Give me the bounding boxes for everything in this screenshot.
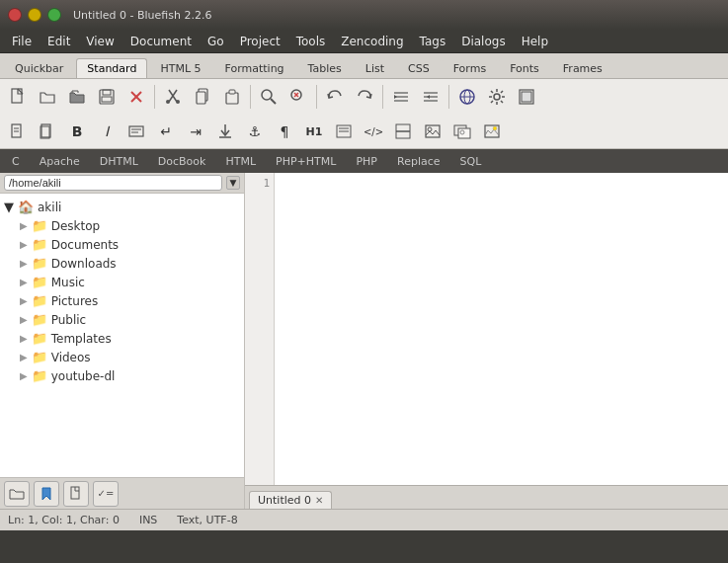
editor-tab-untitled[interactable]: Untitled 0 ✕ (249, 491, 332, 509)
tree-item-videos[interactable]: ▶ 📁 Videos (0, 348, 244, 366)
syntax-replace[interactable]: Replace (389, 154, 448, 169)
maximize-button[interactable] (47, 8, 61, 22)
filetree-bookmark-button[interactable] (34, 481, 59, 507)
syntax-tabs: C Apache DHTML DocBook HTML PHP+HTML PHP… (0, 149, 728, 173)
text-button[interactable] (122, 118, 150, 145)
menu-view[interactable]: View (78, 33, 121, 50)
syntax-sql[interactable]: SQL (452, 154, 490, 169)
unindent-button[interactable] (417, 83, 445, 111)
menu-tools[interactable]: Tools (288, 33, 334, 50)
expand-icon: ▶ (20, 314, 28, 325)
anchor-button[interactable]: ⚓ (241, 118, 269, 145)
h1-button[interactable]: H1 (300, 118, 328, 145)
syntax-c[interactable]: C (4, 154, 28, 169)
open-recent-button[interactable] (63, 83, 91, 111)
syntax-apache[interactable]: Apache (32, 154, 88, 169)
span-button[interactable]: </> (360, 118, 387, 145)
redo-button[interactable] (351, 83, 378, 111)
menu-project[interactable]: Project (232, 33, 288, 50)
copy-button[interactable] (189, 83, 216, 111)
path-input[interactable] (4, 175, 222, 191)
tab-forms[interactable]: Forms (443, 58, 497, 78)
tree-item-music[interactable]: ▶ 📁 Music (0, 273, 244, 291)
italic-button[interactable]: I (93, 118, 121, 145)
editor-textarea[interactable] (275, 173, 728, 485)
new-file-button[interactable] (4, 83, 32, 111)
tab-standard[interactable]: Standard (76, 58, 147, 78)
root-folder-icon: 🏠 (18, 200, 34, 214)
new-doc-button[interactable] (4, 118, 32, 145)
tab-formatting[interactable]: Formatting (214, 58, 295, 78)
folder-icon: 📁 (32, 312, 47, 327)
menu-zencoding[interactable]: Zencoding (333, 33, 411, 50)
tab-frames[interactable]: Frames (552, 58, 613, 78)
bold-button[interactable]: B (63, 118, 91, 145)
tree-item-documents[interactable]: ▶ 📁 Documents (0, 235, 244, 254)
folder-icon: 📁 (32, 350, 47, 364)
indent-button[interactable] (387, 83, 415, 111)
close-file-button[interactable] (122, 83, 150, 111)
tab-list[interactable]: List (355, 58, 395, 78)
menu-help[interactable]: Help (514, 33, 556, 50)
tree-item-public[interactable]: ▶ 📁 Public (0, 310, 244, 329)
file-tree: ▼ ▼ 🏠 akili ▶ 📁 Desktop ▶ 📁 Documents ▶ … (0, 173, 245, 509)
open-button2[interactable] (34, 118, 61, 145)
filetree-file-button[interactable] (63, 481, 89, 507)
tree-item-pictures[interactable]: ▶ 📁 Pictures (0, 291, 244, 310)
svg-rect-3 (103, 90, 111, 95)
hr-button[interactable] (389, 118, 417, 145)
tree-item-youtube-dl[interactable]: ▶ 📁 youtube-dl (0, 366, 244, 385)
preferences-button[interactable] (483, 83, 511, 111)
editor-tab-close[interactable]: ✕ (315, 495, 323, 506)
path-dropdown[interactable]: ▼ (226, 176, 240, 190)
image3-button[interactable] (478, 118, 506, 145)
blockquote-button[interactable] (330, 118, 358, 145)
image2-button[interactable] (448, 118, 476, 145)
close-button[interactable] (8, 8, 22, 22)
syntax-php[interactable]: PHP (348, 154, 385, 169)
menu-edit[interactable]: Edit (40, 33, 78, 50)
undo-button[interactable] (321, 83, 349, 111)
editor-content: 1 (245, 173, 728, 485)
replace-button[interactable] (284, 83, 312, 111)
tree-root-item[interactable]: ▼ 🏠 akili (0, 198, 244, 216)
syntax-html[interactable]: HTML (217, 154, 264, 169)
tree-item-downloads[interactable]: ▶ 📁 Downloads (0, 254, 244, 273)
toolbar-row1 (0, 79, 728, 115)
tab-html5[interactable]: HTML 5 (149, 58, 211, 78)
svg-rect-13 (226, 93, 238, 104)
menu-file[interactable]: File (4, 33, 40, 50)
tree-item-templates[interactable]: ▶ 📁 Templates (0, 329, 244, 348)
svg-point-53 (493, 126, 497, 130)
menu-tags[interactable]: Tags (412, 33, 454, 50)
find-button[interactable] (255, 83, 283, 111)
cut-button[interactable] (159, 83, 187, 111)
para-button[interactable]: ¶ (271, 118, 298, 145)
tab-quickbar[interactable]: Quickbar (4, 58, 74, 78)
filetree-vcheck-button[interactable]: ✓= (93, 481, 119, 507)
menu-document[interactable]: Document (122, 33, 200, 50)
indent2-button[interactable]: ⇥ (182, 118, 209, 145)
open-file-button[interactable] (34, 83, 61, 111)
paste-button[interactable] (218, 83, 246, 111)
tab-css[interactable]: CSS (397, 58, 441, 78)
syntax-docbook[interactable]: DocBook (150, 154, 214, 169)
filetree-folder-button[interactable] (4, 481, 30, 507)
fullscreen-button[interactable] (513, 83, 540, 111)
enter-button[interactable]: ↵ (152, 118, 180, 145)
download-button[interactable] (211, 118, 239, 145)
image-button[interactable] (419, 118, 446, 145)
tree-content: ▼ 🏠 akili ▶ 📁 Desktop ▶ 📁 Documents ▶ 📁 … (0, 194, 244, 477)
save-button[interactable] (93, 83, 121, 111)
separator (448, 85, 449, 109)
tab-fonts[interactable]: Fonts (499, 58, 550, 78)
menu-dialogs[interactable]: Dialogs (453, 33, 513, 50)
syntax-phphtml[interactable]: PHP+HTML (268, 154, 344, 169)
separator (316, 85, 317, 109)
menu-go[interactable]: Go (200, 33, 232, 50)
syntax-dhtml[interactable]: DHTML (92, 154, 146, 169)
minimize-button[interactable] (28, 8, 41, 22)
browse-button[interactable] (453, 83, 481, 111)
tree-item-desktop[interactable]: ▶ 📁 Desktop (0, 216, 244, 235)
tab-tables[interactable]: Tables (297, 58, 353, 78)
